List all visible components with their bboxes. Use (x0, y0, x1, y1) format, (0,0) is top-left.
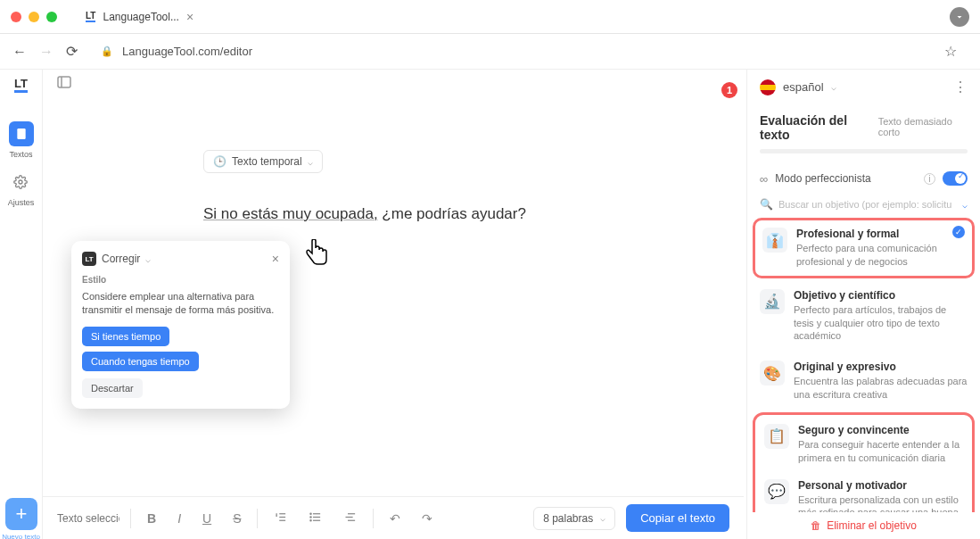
gear-icon (8, 170, 33, 195)
objective-title: Original y expresivo (794, 361, 968, 373)
delete-objective-label: Eliminar el objetivo (827, 519, 917, 532)
url-input[interactable]: 🔒 LanguageTool.com/editor ☆ (90, 39, 968, 63)
url-text: LanguageTool.com/editor (122, 45, 252, 58)
objective-title: Seguro y convincente (798, 424, 963, 436)
maximize-window-button[interactable] (46, 12, 57, 22)
panel-menu-icon[interactable]: ⋮ (953, 79, 968, 95)
perfectionist-mode-row: ∞ Modo perfeccionista i ✓ (747, 162, 980, 195)
objective-creative[interactable]: 🎨 Original y expresivo Encuentra las pal… (753, 353, 975, 409)
objective-desc: Perfecto para artículos, trabajos de tes… (794, 303, 968, 344)
infinity-icon: ∞ (760, 172, 768, 186)
lt-badge-icon: LT (82, 252, 96, 266)
discard-button[interactable]: Descartar (82, 378, 143, 398)
objective-group-highlight: 📋 Seguro y convincente Para conseguir ha… (753, 412, 975, 512)
svg-rect-0 (17, 129, 25, 139)
bookmark-star-icon[interactable]: ☆ (944, 43, 957, 60)
clock-icon: 🕒 (213, 155, 226, 168)
correction-popup: LT Corregir ⌵ × Estilo Considere emplear… (71, 241, 290, 409)
objective-title: Objetivo y científico (794, 289, 968, 302)
document-icon (9, 121, 34, 146)
chevron-down-icon[interactable]: ⌵ (962, 200, 968, 210)
objective-desc: Encuentra las palabras adecuadas para un… (794, 375, 968, 402)
right-panel: español ⌵ ⋮ Evaluación del texto Texto d… (746, 70, 980, 539)
italic-button[interactable]: I (172, 508, 186, 529)
suggestion-chip[interactable]: Si tienes tiempo (82, 327, 169, 346)
divider (130, 509, 131, 528)
evaluation-title: Evaluación del texto (760, 113, 869, 142)
correction-message: Considere emplear una alternativa para t… (82, 290, 279, 318)
unordered-list-button[interactable] (303, 507, 327, 530)
panel-toggle-icon[interactable] (57, 76, 71, 91)
objective-desc: Perfecto para una comunicación profesion… (796, 242, 965, 269)
text-selection-input[interactable] (57, 512, 119, 525)
perfectionist-toggle[interactable]: ✓ (943, 171, 968, 186)
sidebar-item-texts[interactable]: Textos (9, 116, 34, 164)
close-window-button[interactable] (11, 12, 21, 22)
app-logo[interactable]: LT (14, 77, 28, 93)
objective-personal[interactable]: 💬 Personal y motivador Escritura persona… (757, 472, 970, 512)
chevron-down-icon[interactable]: ⌵ (145, 254, 151, 264)
sidebar-item-label: Textos (9, 150, 32, 159)
error-count-badge[interactable]: 1 (721, 82, 737, 98)
correction-category: Estilo (82, 275, 279, 285)
mode-label: Modo perfeccionista (775, 172, 917, 185)
objective-search-input[interactable] (778, 199, 957, 210)
address-bar: ← → ⟳ 🔒 LanguageTool.com/editor ☆ (0, 34, 980, 70)
browser-tab[interactable]: LT LanguageTool... × (75, 4, 204, 29)
svg-point-10 (310, 513, 311, 514)
delete-objective-button[interactable]: 🗑 Eliminar el objetivo (747, 512, 980, 539)
chat-icon: 💬 (764, 479, 789, 504)
briefcase-icon: 👔 (762, 228, 787, 253)
divider (257, 509, 258, 528)
tab-title: LanguageTool... (103, 11, 178, 23)
sidebar-item-label: Ajustes (8, 198, 35, 207)
reload-button[interactable]: ⟳ (66, 43, 78, 60)
left-sidebar: LT Textos Ajustes + Nuevo texto (0, 70, 43, 539)
palette-icon: 🎨 (760, 361, 785, 386)
microscope-icon: 🔬 (760, 289, 785, 314)
svg-rect-2 (58, 77, 70, 87)
text-underlined-segment[interactable]: Si no estás muy ocupada, (203, 205, 378, 222)
new-text-button[interactable]: + (5, 498, 37, 530)
objective-desc: Para conseguir hacerte entender a la pri… (798, 438, 963, 465)
word-count-label: 8 palabras (543, 512, 593, 525)
back-button[interactable]: ← (12, 44, 27, 60)
popup-close-icon[interactable]: × (272, 252, 279, 266)
objectives-list: 👔 Profesional y formal Perfecto para una… (747, 218, 980, 512)
chevron-down-icon: ⌵ (308, 157, 313, 167)
objective-desc: Escritura personalizada con un estilo má… (798, 493, 963, 512)
underline-button[interactable]: U (197, 508, 217, 529)
suggestion-chip[interactable]: Cuando tengas tiempo (82, 352, 199, 371)
browser-menu-icon[interactable] (950, 7, 969, 27)
link-button[interactable] (338, 507, 362, 530)
minimize-window-button[interactable] (29, 12, 39, 22)
objective-professional[interactable]: 👔 Profesional y formal Perfecto para una… (753, 218, 975, 278)
tab-close-icon[interactable]: × (186, 10, 194, 24)
editor-text[interactable]: Si no estás muy ocupada, ¿me podrías ayu… (203, 205, 586, 223)
forward-button[interactable]: → (39, 44, 54, 60)
objective-title: Profesional y formal (796, 228, 965, 240)
info-icon[interactable]: i (924, 173, 935, 185)
new-text-label: Nuevo texto (0, 533, 42, 539)
undo-button[interactable]: ↶ (384, 508, 406, 529)
word-count-chip[interactable]: 8 palabras ⌵ (533, 507, 615, 530)
redo-button[interactable]: ↷ (416, 508, 438, 529)
objective-confident[interactable]: 📋 Seguro y convincente Para conseguir ha… (757, 417, 970, 472)
language-label: español (783, 80, 824, 94)
trash-icon: 🗑 (811, 519, 821, 532)
spain-flag-icon (760, 79, 776, 95)
ordered-list-button[interactable] (268, 507, 292, 530)
sidebar-item-settings[interactable]: Ajustes (8, 164, 35, 212)
bold-button[interactable]: B (142, 508, 161, 529)
lock-icon: 🔒 (101, 46, 113, 57)
popup-header-label: Corregir (102, 253, 140, 265)
copy-text-button[interactable]: Copiar el texto (626, 504, 729, 532)
document-title-dropdown[interactable]: 🕒 Texto temporal ⌵ (203, 150, 323, 173)
language-selector[interactable]: español ⌵ ⋮ (747, 70, 980, 104)
search-icon: 🔍 (760, 198, 773, 211)
browser-chrome: LT LanguageTool... × (0, 0, 980, 34)
tab-favicon-icon: LT (86, 11, 95, 22)
strikethrough-button[interactable]: S (227, 508, 246, 529)
window-controls (11, 12, 57, 22)
objective-scientific[interactable]: 🔬 Objetivo y científico Perfecto para ar… (753, 282, 975, 351)
